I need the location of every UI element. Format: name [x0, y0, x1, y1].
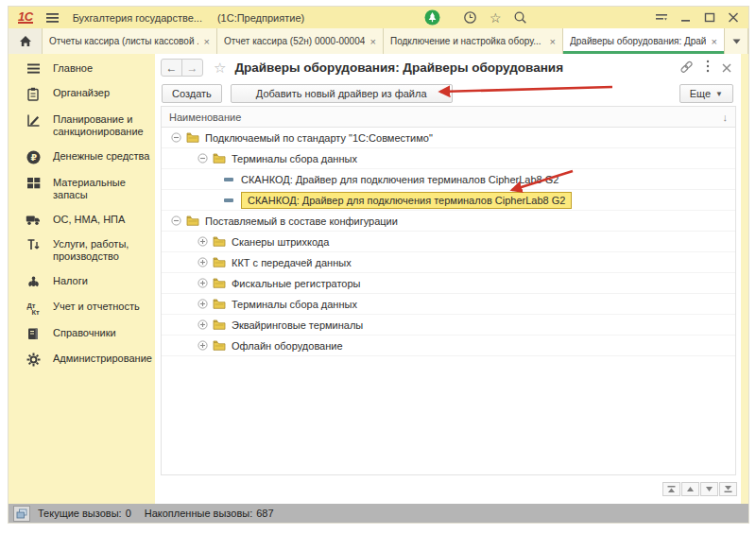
history-icon[interactable]	[463, 10, 477, 25]
close-window-icon[interactable]	[728, 12, 739, 23]
tree-row[interactable]: Терминалы сбора данных	[162, 294, 735, 315]
administration-icon	[24, 353, 43, 367]
tab-close-icon[interactable]: ×	[712, 37, 717, 46]
sidebar-item-services[interactable]: Услуги, работы, производство	[9, 233, 155, 269]
drivers-tree-list: Наименование ↓ Подключаемый по стандарту…	[161, 106, 736, 475]
sidebar-item-label: Услуги, работы, производство	[53, 238, 151, 263]
sidebar-item-label: Учет и отчетность	[53, 301, 151, 313]
page-down-icon[interactable]	[700, 482, 718, 496]
expand-node-icon[interactable]	[198, 257, 208, 267]
tab-1[interactable]: Отчеты кассира (листы кассовой ...×	[43, 28, 217, 54]
expand-node-icon[interactable]	[198, 236, 208, 247]
sidebar-item-taxes[interactable]: Налоги	[9, 269, 155, 295]
sidebar-item-label: Денежные средства	[53, 150, 151, 163]
sidebar-item-materials[interactable]: Материальные запасы	[9, 171, 155, 208]
sidebar-item-fixed-assets[interactable]: ОС, НМА, НПА	[9, 208, 155, 233]
sidebar-item-money[interactable]: ₽Денежные средства	[9, 145, 155, 171]
fixed-assets-icon	[24, 214, 43, 226]
tree-row[interactable]: Поставляемый в составе конфигурации	[162, 211, 735, 232]
services-icon	[24, 238, 43, 251]
tree-row[interactable]: СКАНКОД: Драйвер для подключения термина…	[162, 169, 735, 190]
tree-row[interactable]: Терминалы сбора данных	[162, 148, 735, 169]
tab-3[interactable]: Подключение и настройка обору...×	[384, 28, 563, 54]
materials-icon	[24, 177, 43, 189]
main-menu-icon[interactable]	[45, 12, 60, 24]
sidebar-item-main-menu[interactable]: Главное	[9, 57, 155, 81]
tree-row[interactable]: Офлайн оборудование	[162, 336, 735, 356]
home-tab[interactable]	[9, 28, 43, 54]
sidebar-item-administration[interactable]: Администрирование	[9, 347, 155, 373]
create-button[interactable]: Создать	[162, 84, 222, 103]
tree-row-label: Поставляемый в составе конфигурации	[205, 215, 398, 227]
tree-row-highlighted[interactable]: СКАНКОД: Драйвер для подключения термина…	[162, 190, 735, 211]
expand-node-icon[interactable]	[198, 319, 208, 330]
get-link-icon[interactable]	[679, 60, 694, 77]
sidebar-item-label: Органайзер	[53, 87, 151, 99]
sidebar-item-accounting[interactable]: ДтКтУчет и отчетность	[9, 295, 155, 321]
tree-row[interactable]: Эквайринговые терминалы	[162, 315, 735, 336]
taxes-icon	[24, 275, 43, 288]
tab-label: Отчет кассира (52н) 0000-000045 ...	[224, 36, 365, 46]
1c-logo: 1С	[18, 11, 33, 24]
group-folder-icon	[213, 340, 226, 351]
add-driver-from-file-button[interactable]: Добавить новый драйвер из файла	[231, 84, 453, 103]
more-button[interactable]: Еще▼	[679, 84, 733, 103]
app-title-suffix: (1С:Предприятие)	[217, 12, 304, 24]
sort-descending-icon: ↓	[723, 112, 729, 123]
sidebar-item-label: ОС, НМА, НПА	[53, 214, 151, 226]
sections-sidebar: ГлавноеОрганайзерПланирование и санкцион…	[9, 54, 155, 504]
tree-row-label: Фискальные регистраторы	[232, 278, 360, 289]
tabs-dropdown-button[interactable]	[725, 28, 748, 54]
svg-text:Кт: Кт	[31, 308, 40, 316]
tree-row[interactable]: Сканеры штрихкода	[162, 232, 735, 252]
column-header-name[interactable]: Наименование ↓	[162, 107, 735, 128]
accounting-icon: ДтКт	[24, 301, 43, 315]
driver-item-icon	[224, 198, 233, 202]
sidebar-item-label: Справочники	[53, 327, 151, 339]
search-icon[interactable]	[513, 10, 527, 25]
service-notifications-icon[interactable]	[424, 9, 440, 26]
tab-2[interactable]: Отчет кассира (52н) 0000-000045 ...×	[217, 28, 384, 54]
accumulated-calls: Накопленные вызовы:687	[145, 508, 274, 519]
tab-close-icon[interactable]: ×	[204, 37, 210, 46]
collapse-node-icon[interactable]	[198, 153, 208, 164]
home-icon	[19, 35, 32, 47]
sidebar-item-references[interactable]: Справочники	[9, 321, 155, 347]
go-to-top-icon[interactable]	[662, 482, 680, 496]
panel-header: ← → ☆ Драйверы оборудования: Драйверы об…	[155, 54, 741, 81]
app-title: Бухгалтерия государстве...	[73, 12, 202, 24]
favorite-toggle-icon[interactable]: ☆	[214, 60, 226, 77]
tree-row[interactable]: Подключаемый по стандарту "1С:Совместимо…	[162, 128, 735, 148]
sidebar-item-planning[interactable]: Планирование и санкционирование	[9, 108, 155, 145]
tree-row[interactable]: ККТ с передачей данных	[162, 252, 735, 273]
collapse-node-icon[interactable]	[171, 215, 181, 226]
forward-button[interactable]: →	[181, 59, 203, 77]
sidebar-item-organizer[interactable]: Органайзер	[9, 81, 155, 108]
expand-node-icon[interactable]	[198, 278, 208, 288]
tab-close-icon[interactable]: ×	[550, 37, 556, 46]
go-to-bottom-icon[interactable]	[719, 482, 737, 496]
collapse-panels-icon[interactable]	[655, 12, 668, 24]
collapse-node-icon[interactable]	[171, 132, 181, 143]
close-panel-icon[interactable]	[722, 60, 731, 77]
expand-node-icon[interactable]	[198, 299, 208, 309]
maximize-icon[interactable]	[704, 12, 715, 23]
sidebar-item-label: Администрирование	[53, 353, 152, 365]
group-folder-icon	[213, 236, 226, 247]
expand-node-icon[interactable]	[198, 340, 208, 351]
app-window: 1С Бухгалтерия государстве... (1С:Предпр…	[9, 7, 748, 523]
tab-4[interactable]: Драйверы оборудования: Драйве...×	[563, 28, 725, 54]
sidebar-item-label: Налоги	[53, 275, 151, 287]
sidebar-item-label: Материальные запасы	[53, 177, 151, 201]
favorites-star-icon[interactable]: ☆	[490, 10, 502, 26]
page-up-icon[interactable]	[681, 482, 699, 496]
tree-row-label: Офлайн оборудование	[232, 340, 343, 352]
server-calls-icon[interactable]	[13, 506, 30, 522]
back-button[interactable]: ←	[161, 59, 182, 77]
tree-row-label: Эквайринговые терминалы	[232, 319, 363, 331]
minimize-icon[interactable]	[680, 12, 692, 23]
group-folder-icon	[186, 215, 199, 226]
tree-row[interactable]: Фискальные регистраторы	[162, 273, 735, 294]
tab-close-icon[interactable]: ×	[370, 37, 376, 46]
more-menu-icon[interactable]	[706, 60, 710, 77]
